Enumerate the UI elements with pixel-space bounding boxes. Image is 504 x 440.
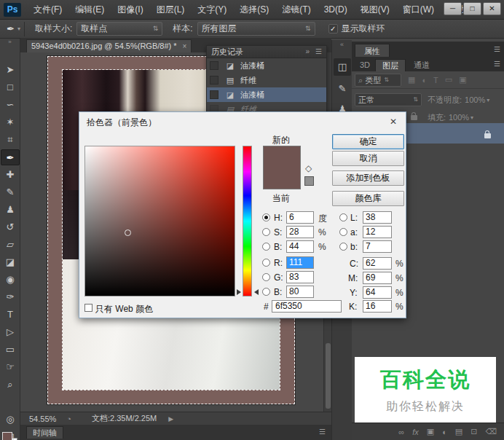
tab-close-icon[interactable]: × <box>183 40 187 52</box>
hue-slider-right-arrow-icon[interactable] <box>254 289 259 295</box>
zoom-level-field[interactable]: 54.55% <box>29 415 56 423</box>
close-button[interactable]: ✕ <box>483 2 501 15</box>
cancel-button[interactable]: 取消 <box>332 151 404 166</box>
crop-tool[interactable]: ⌗ <box>1 132 20 148</box>
paint-bucket-tool[interactable]: ◪ <box>1 254 20 270</box>
filter-shape-layers-icon[interactable]: ▭ <box>445 75 452 85</box>
tab-properties[interactable]: 属性 <box>355 44 390 57</box>
color-libraries-button[interactable]: 颜色库 <box>332 191 404 206</box>
quick-mask-mode-button[interactable]: ◎ <box>1 412 20 428</box>
pen-tool[interactable]: ✑ <box>1 289 20 305</box>
web-only-checkbox[interactable] <box>84 304 92 312</box>
menu-filter[interactable]: 滤镜(T) <box>275 0 317 19</box>
shape-tool[interactable]: ▭ <box>1 342 20 358</box>
menu-3d[interactable]: 3D(D) <box>318 0 354 19</box>
link-layers-icon[interactable]: ∞ <box>398 428 404 436</box>
menu-layer[interactable]: 图层(L) <box>150 0 192 19</box>
dock-expand-icon[interactable]: « <box>332 40 352 49</box>
sample-size-dropdown[interactable]: 取样点 ⇅ <box>76 22 162 36</box>
scrollbar-thumb[interactable] <box>326 343 331 409</box>
r-input[interactable]: 111 <box>286 256 314 269</box>
sample-dropdown[interactable]: 所有图层 ⇅ <box>197 22 315 36</box>
panel-menu-icon[interactable]: ☰ <box>319 428 326 436</box>
r-radio[interactable] <box>262 259 270 267</box>
h-input[interactable]: 6 <box>286 211 314 224</box>
h-radio[interactable] <box>262 213 270 221</box>
lasso-tool[interactable]: ∽ <box>1 97 20 113</box>
rectangular-marquee-tool[interactable]: □ <box>1 79 20 95</box>
layer-style-fx-icon[interactable]: fx <box>412 428 419 436</box>
history-source-well[interactable] <box>210 61 218 70</box>
new-group-icon[interactable]: ▤ <box>455 427 462 436</box>
hex-input[interactable]: 6f5350 <box>272 300 342 313</box>
fill-value[interactable]: 100% <box>449 113 469 122</box>
blend-mode-dropdown[interactable]: 正常 ⇅ <box>355 93 422 106</box>
panel-expand-icon[interactable]: » <box>305 46 310 58</box>
lab-b-radio[interactable] <box>339 243 347 251</box>
ok-button[interactable]: 确定 <box>332 134 404 149</box>
hue-slider[interactable] <box>243 146 252 296</box>
s-input[interactable]: 28 <box>286 226 314 238</box>
hsb-b-radio[interactable] <box>262 243 270 251</box>
layer-mask-icon[interactable]: ▣ <box>427 427 434 436</box>
history-source-well[interactable] <box>210 90 218 99</box>
lock-all-icon[interactable] <box>411 112 417 122</box>
web-gamut-cube-icon[interactable]: ◇ <box>305 163 312 173</box>
clone-stamp-tool[interactable]: ♟ <box>1 202 20 218</box>
history-source-well[interactable] <box>210 76 218 85</box>
opacity-value[interactable]: 100% <box>465 95 485 104</box>
c-input[interactable]: 62 <box>363 257 392 270</box>
caret-down-icon[interactable]: ▾ <box>487 97 489 103</box>
tab-timeline[interactable]: 时间轴 <box>26 426 63 439</box>
panel-menu-icon[interactable]: ☰ <box>315 46 322 58</box>
history-item-paint-bucket-selected[interactable]: ◪ 油漆桶 <box>207 87 326 102</box>
a-radio[interactable] <box>339 228 347 236</box>
delete-layer-icon[interactable]: ⌫ <box>485 427 497 436</box>
blur-tool[interactable]: ◉ <box>1 272 20 288</box>
saturation-brightness-field[interactable] <box>84 146 235 296</box>
l-input[interactable]: 38 <box>363 211 392 224</box>
g-input[interactable]: 83 <box>286 271 314 283</box>
properties-panel-icon[interactable]: ◫ <box>334 58 351 76</box>
show-sampling-ring-checkbox[interactable]: ✓ <box>328 24 338 34</box>
filter-smart-object-icon[interactable]: ▣ <box>459 75 466 85</box>
tab-channels[interactable]: 通道 <box>407 59 436 71</box>
rgb-b-input[interactable]: 80 <box>286 286 314 298</box>
tab-3d[interactable]: 3D <box>353 59 377 71</box>
menu-type[interactable]: 文字(Y) <box>191 0 233 19</box>
toolbar-collapse-icon[interactable]: » <box>0 39 20 46</box>
lab-b-input[interactable]: 7 <box>363 240 392 253</box>
brush-tool[interactable]: ✎ <box>1 184 20 200</box>
panel-menu-icon[interactable]: ☰ <box>494 45 500 53</box>
eyedropper-tool[interactable]: ✒ <box>1 149 20 165</box>
y-input[interactable]: 64 <box>363 286 392 299</box>
history-item-fibers[interactable]: ▤ 纤维 <box>207 73 326 87</box>
filter-type-layers-icon[interactable]: T <box>433 76 438 85</box>
menu-edit[interactable]: 编辑(E) <box>68 0 111 19</box>
tab-layers[interactable]: 图层 <box>375 59 406 71</box>
move-tool[interactable]: ➤ <box>1 62 20 78</box>
menu-image[interactable]: 图像(I) <box>111 0 149 19</box>
maximize-button[interactable]: □ <box>463 2 481 15</box>
filter-kind-dropdown[interactable]: ⌕ 类型 ⇅ <box>355 74 401 87</box>
zoom-tool[interactable]: ⌕ <box>1 377 20 393</box>
gamut-color-square[interactable] <box>304 176 314 186</box>
hsb-b-input[interactable]: 44 <box>286 240 314 253</box>
hue-slider-left-arrow-icon[interactable] <box>237 289 241 295</box>
rgb-b-radio[interactable] <box>262 288 270 296</box>
filter-pixel-layers-icon[interactable]: ▦ <box>408 75 415 85</box>
menu-window[interactable]: 窗口(W) <box>396 0 441 19</box>
minimize-button[interactable]: ─ <box>444 2 462 15</box>
g-radio[interactable] <box>262 273 270 281</box>
eraser-tool[interactable]: ▱ <box>1 237 20 253</box>
foreground-color-swatch[interactable] <box>2 432 12 440</box>
a-input[interactable]: 12 <box>363 226 392 238</box>
active-tool-badge[interactable]: ✒ ▾ <box>3 22 25 36</box>
add-to-swatches-button[interactable]: 添加到色板 <box>332 170 404 186</box>
caret-down-icon[interactable]: ▾ <box>470 114 473 121</box>
adjustment-layer-icon[interactable]: ◐ <box>442 428 447 436</box>
color-field-marker[interactable] <box>125 229 131 236</box>
dialog-close-icon[interactable]: ✕ <box>387 115 400 128</box>
hand-tool[interactable]: ☞ <box>1 359 20 375</box>
m-input[interactable]: 69 <box>363 272 392 284</box>
